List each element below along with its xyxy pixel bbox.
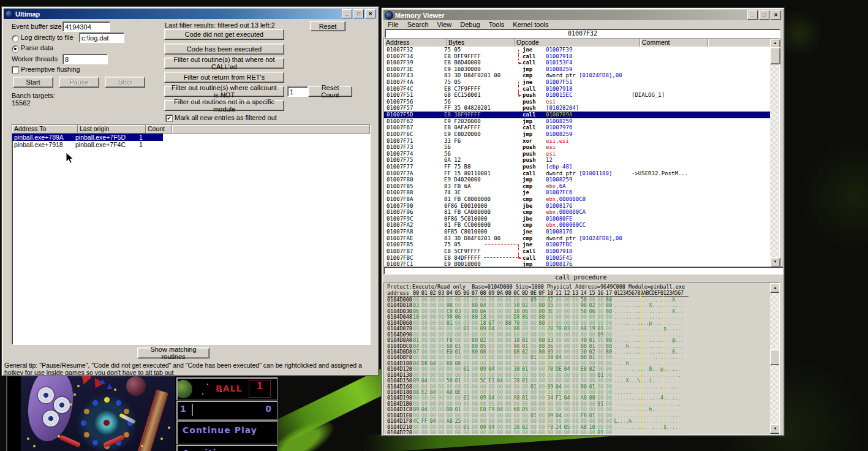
hex-row[interactable]: 0104D048100000009806008018000000D8060080… <box>387 314 769 320</box>
disasm-row[interactable]: 01007F8874 3Cje01007FC6 <box>384 189 770 196</box>
disasm-column-header[interactable]: Address <box>384 39 447 47</box>
disasm-row[interactable]: 01007FA80F85 C8010000jne01008176 <box>384 229 770 235</box>
memory-viewer-titlebar[interactable]: Memory Viewer _ □ ✕ <box>383 10 782 20</box>
disasm-row[interactable]: 01007F62E9 F2020000jmp01008259 <box>384 118 770 125</box>
disasm-row[interactable]: 01007F57FF 35 04820201push[01028204] <box>384 105 770 112</box>
show-matching-routines-button[interactable]: Show matching routines <box>137 347 209 358</box>
disasm-row[interactable]: 01007F77FF 75 B8push[ebp-48] <box>384 164 770 170</box>
hex-row[interactable]: 0104D03006000000C80300800A00000018060080… <box>387 309 769 314</box>
list-column-header[interactable]: Count <box>146 125 172 133</box>
disasm-scrollbar[interactable]: ▲ ▼ <box>770 39 779 267</box>
disasm-row[interactable]: 01007FB7E8 5CF9FFFFcall01007918 <box>384 248 770 255</box>
hexview-scrollbar[interactable]: ▲ ▼ <box>770 283 779 434</box>
ultimap-titlebar[interactable]: Ultimap _ □ ✕ <box>4 9 377 19</box>
hex-row[interactable]: 0104D198000000000000010009040000A8010000… <box>387 395 769 401</box>
disasm-row[interactable]: 01007F9C0F86 5C010000jbe010080FE <box>384 216 770 222</box>
hex-row[interactable]: 0104D07800000000000001000904000088000000… <box>387 326 769 332</box>
parse-data-radio[interactable] <box>12 45 19 53</box>
disasm-row[interactable]: 01007F5656pushesi <box>384 99 770 105</box>
mark-new-entries-checkbox[interactable]: ✓ <box>165 115 173 122</box>
disasm-row[interactable]: 01007F3275 05jne01007F39 <box>384 47 770 53</box>
menu-item-debug[interactable]: Debug <box>456 21 484 28</box>
disasm-scroll-thumb[interactable] <box>770 47 780 64</box>
close-button[interactable]: ✕ <box>771 10 781 20</box>
scroll-up-arrow[interactable]: ▲ <box>770 283 780 293</box>
log-to-file-label[interactable]: Log directly to file <box>21 34 74 41</box>
disasm-row[interactable]: 01007F7456pushesi <box>384 151 770 157</box>
disasm-row[interactable]: 01007F4383 3D D84F0201 00cmpdword ptr [0… <box>384 72 770 79</box>
hex-row[interactable]: 0104D01803000000980000800400000058020080… <box>387 303 769 308</box>
log-file-input[interactable]: c:\log.dat <box>79 32 124 43</box>
disasm-row[interactable]: 01007FB575 05jne01007FBC <box>384 241 770 248</box>
filter-button-0[interactable]: Code did not get executed <box>164 29 284 40</box>
disasm-row[interactable]: 01007F4CE8 C7F9FFFFcall01007918 <box>384 86 770 93</box>
disasm-row[interactable]: 01007F7356pushesi <box>384 144 770 151</box>
disasm-row[interactable]: 01007F756A 12push12 <box>384 157 770 164</box>
disasm-row[interactable]: 01007F900F86 E0010000jbe01008176 <box>384 203 770 210</box>
hex-row[interactable]: 0104D18088E20400A80E00000000000000000000… <box>387 390 769 395</box>
routine-row[interactable]: pinball.exe+789Apinball.exe+7F5D1 <box>12 134 163 141</box>
hex-row[interactable]: 0104D1E000000000000000000000000000000100… <box>387 413 769 419</box>
parse-data-label[interactable]: Parse data <box>21 44 53 51</box>
worker-threads-input[interactable]: 8 <box>62 54 108 64</box>
filter-button-5[interactable]: Filter out routines not in a specific mo… <box>164 100 284 111</box>
address-bar[interactable]: 01007F32 <box>385 29 780 38</box>
disasm-row[interactable]: 01007F5DE8 38F9FFFFcall0100789A <box>384 112 770 118</box>
menu-item-kernel-tools[interactable]: Kernel tools <box>508 21 553 28</box>
pause-button[interactable]: Pause <box>59 77 99 88</box>
disasm-row[interactable]: 01007F5168 EC150001►push010015EC[DIALOG_… <box>384 92 770 99</box>
disasm-row[interactable]: 01007F3EE9 16030000jmp01008259 <box>384 66 770 73</box>
disasm-row[interactable]: 01007F8583 FB 6Acmpebx,6A <box>384 183 770 190</box>
disasm-column-header[interactable]: Opcode <box>515 39 640 47</box>
disasm-row[interactable]: 01007FAE83 3D D84F0201 00cmpdword ptr [0… <box>384 235 770 242</box>
hex-row[interactable]: 0104D00000000000000000000000000000000900… <box>387 297 769 303</box>
hex-row[interactable]: 0104D09000000000000000000000000000000000… <box>387 332 769 338</box>
disasm-row[interactable]: 01007F7133 F6xoresi,esi <box>384 138 770 145</box>
disasm-row[interactable]: 01007F7AFF 15 80110001calldword ptr [010… <box>384 170 770 177</box>
hex-row[interactable]: 0104D16800000000000000000000000000000100… <box>387 384 769 390</box>
hex-row[interactable]: 0104D1B000000000000000000000000000000000… <box>387 401 769 407</box>
disasm-row[interactable]: 01007F8A81 FB C8000000cmpebx,000000C8 <box>384 196 770 203</box>
routine-row[interactable]: pinball.exe+7918pinball.exe+7F4C1 <box>12 141 370 148</box>
maximize-button[interactable]: □ <box>759 10 769 20</box>
stop-button[interactable]: Stop <box>105 77 145 88</box>
hex-row[interactable]: 0104D0A801000000F00000800200000018010080… <box>387 338 769 343</box>
hex-scroll-thumb[interactable] <box>770 349 780 365</box>
scroll-down-arrow[interactable]: ▼ <box>770 257 780 267</box>
menu-item-tools[interactable]: Tools <box>485 21 509 28</box>
hex-row[interactable]: 0104D0F000000000000000000000000000000100… <box>387 355 769 360</box>
hex-row[interactable]: 0104D21000000000000001000904000020020000… <box>387 425 769 430</box>
mark-new-entries-label[interactable]: Mark all new entries as filtered out <box>175 114 277 121</box>
close-button[interactable]: ✕ <box>365 9 376 18</box>
filter-button-2[interactable]: Filter out routine(s) that where not CAL… <box>164 58 284 69</box>
reset-count-button[interactable]: Reset Count <box>308 86 352 97</box>
disasm-row[interactable]: 01007F80E9 D4020000jmp01008259 <box>384 176 770 183</box>
hex-row[interactable]: 0104D22800000000000000000000000000000000… <box>387 430 769 434</box>
callcount-input[interactable]: 1 <box>287 86 308 97</box>
filter-button-1[interactable]: Code has been executed <box>164 44 284 55</box>
menu-item-file[interactable]: File <box>383 21 403 28</box>
log-to-file-radio[interactable] <box>12 35 19 42</box>
preemptive-flushing-label[interactable]: Preemptive flushing <box>21 66 80 73</box>
hex-row[interactable]: 0104D1C809040000D0010000E0F9040068050000… <box>387 407 769 412</box>
disasm-column-header[interactable]: Comment <box>640 39 708 47</box>
menu-item-view[interactable]: View <box>433 21 456 28</box>
hex-row[interactable]: 0104D1F84CFF0400A82500000000000000000000… <box>387 419 769 424</box>
list-column-header[interactable]: Last origin <box>78 125 146 133</box>
reset-button[interactable]: Reset <box>310 21 345 31</box>
hex-row[interactable]: 0104D15009040000580100005CE1040028010000… <box>387 378 769 384</box>
hex-row[interactable]: 0104D13800000000000000000000000000000000… <box>387 373 769 378</box>
disasm-row[interactable]: 01007F6CE9 E8020000jmp01008259 <box>384 131 770 138</box>
disasm-row[interactable]: 01007FBCE8 84DFFFFF►call01005F45 <box>384 255 770 262</box>
disasm-column-header[interactable]: Bytes <box>447 39 515 47</box>
event-buffer-input[interactable]: 4194304 <box>62 21 110 32</box>
filter-button-4[interactable]: Filter out routine(s) where callcount is… <box>164 86 284 97</box>
minimize-button[interactable]: _ <box>342 9 352 18</box>
hex-row[interactable]: 0104D10804D80400680600000000000000000000… <box>387 361 769 366</box>
hex-row[interactable]: 0104D06000000000010000001807008070000080… <box>387 320 769 326</box>
disasm-row[interactable]: 01007F67E8 0AFAFFFFcall01007976 <box>384 124 770 131</box>
disasm-row[interactable]: 01007F9681 FB CA000000cmpebx,000000CA <box>384 209 770 216</box>
disasm-row[interactable]: 01007FA281 FB CC000000cmpebx,000000CC <box>384 222 770 229</box>
disasm-row[interactable]: 01007F34E8 DFF9FFFFcall01007918 <box>384 53 770 60</box>
preemptive-flushing-checkbox[interactable] <box>12 66 19 74</box>
